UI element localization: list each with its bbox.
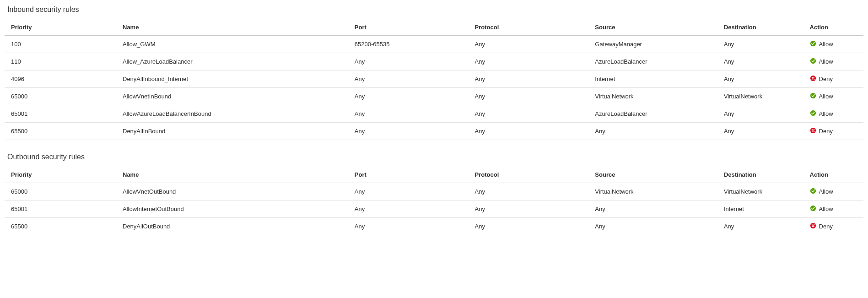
table-row[interactable]: 65001AllowAzureLoadBalancerInBoundAnyAny…	[5, 105, 863, 123]
cell-protocol: Any	[469, 105, 589, 123]
col-header-action[interactable]: Action	[803, 167, 863, 183]
cell-destination: Any	[717, 218, 803, 235]
table-row[interactable]: 4096DenyAllInbound_InternetAnyAnyInterne…	[5, 70, 863, 88]
cell-port: 65200-65535	[348, 36, 469, 53]
col-header-priority[interactable]: Priority	[5, 19, 116, 36]
table-row[interactable]: 65000AllowVnetOutBoundAnyAnyVirtualNetwo…	[5, 183, 863, 200]
cell-destination: VirtualNetwork	[717, 183, 803, 200]
cell-source: Any	[588, 123, 717, 140]
cell-priority: 65000	[5, 88, 116, 105]
action-label: Allow	[819, 188, 833, 195]
cell-action: Allow	[803, 88, 863, 105]
inbound-section: Inbound security rules Priority Name Por…	[5, 5, 863, 140]
cell-action: Deny	[803, 218, 863, 235]
cell-action: Deny	[803, 70, 863, 88]
cell-name: Allow_AzureLoadBalancer	[116, 53, 348, 70]
cell-name: AllowInternetOutBound	[116, 200, 348, 218]
col-header-source[interactable]: Source	[588, 167, 717, 183]
svg-point-4	[810, 110, 815, 116]
cell-priority: 100	[5, 36, 116, 53]
cell-port: Any	[348, 218, 469, 235]
table-row[interactable]: 65500DenyAllOutBoundAnyAnyAnyAnyDeny	[5, 218, 863, 235]
cell-action: Allow	[803, 105, 863, 123]
cell-priority: 65001	[5, 200, 116, 218]
col-header-protocol[interactable]: Protocol	[469, 167, 589, 183]
cell-port: Any	[348, 53, 469, 70]
cell-action: Allow	[803, 200, 863, 218]
table-row[interactable]: 100Allow_GWM65200-65535AnyGatewayManager…	[5, 36, 863, 53]
col-header-action[interactable]: Action	[803, 19, 863, 36]
action-label: Allow	[819, 41, 833, 48]
outbound-table: Priority Name Port Protocol Source Desti…	[5, 167, 863, 235]
col-header-port[interactable]: Port	[348, 167, 469, 183]
table-row[interactable]: 65001AllowInternetOutBoundAnyAnyAnyInter…	[5, 200, 863, 218]
cell-source: GatewayManager	[588, 36, 717, 53]
cell-source: Internet	[588, 70, 717, 88]
cell-destination: Any	[717, 105, 803, 123]
cell-port: Any	[348, 183, 469, 200]
table-row[interactable]: 110Allow_AzureLoadBalancerAnyAnyAzureLoa…	[5, 53, 863, 70]
table-row[interactable]: 65500DenyAllInBoundAnyAnyAnyAnyDeny	[5, 123, 863, 140]
action-label: Allow	[819, 206, 833, 212]
cell-name: AllowAzureLoadBalancerInBound	[116, 105, 348, 123]
cell-source: AzureLoadBalancer	[588, 53, 717, 70]
cell-destination: Internet	[717, 200, 803, 218]
cell-port: Any	[348, 105, 469, 123]
svg-point-7	[810, 206, 815, 211]
deny-icon	[810, 75, 816, 83]
allow-icon	[810, 205, 816, 213]
cell-port: Any	[348, 88, 469, 105]
cell-priority: 65500	[5, 218, 116, 235]
cell-destination: Any	[717, 123, 803, 140]
cell-port: Any	[348, 200, 469, 218]
cell-port: Any	[348, 123, 469, 140]
cell-name: AllowVnetOutBound	[116, 183, 348, 200]
cell-protocol: Any	[469, 88, 589, 105]
outbound-title: Outbound security rules	[5, 153, 863, 161]
cell-priority: 65500	[5, 123, 116, 140]
col-header-destination[interactable]: Destination	[717, 19, 803, 36]
col-header-port[interactable]: Port	[348, 19, 469, 36]
cell-priority: 110	[5, 53, 116, 70]
cell-action: Allow	[803, 36, 863, 53]
allow-icon	[810, 58, 816, 65]
cell-destination: VirtualNetwork	[717, 88, 803, 105]
cell-name: DenyAllOutBound	[116, 218, 348, 235]
action-label: Allow	[819, 58, 833, 65]
cell-priority: 4096	[5, 70, 116, 88]
cell-protocol: Any	[469, 218, 589, 235]
cell-source: VirtualNetwork	[588, 183, 717, 200]
cell-protocol: Any	[469, 123, 589, 140]
col-header-destination[interactable]: Destination	[717, 167, 803, 183]
allow-icon	[810, 92, 816, 100]
cell-source: Any	[588, 200, 717, 218]
outbound-section: Outbound security rules Priority Name Po…	[5, 153, 863, 235]
svg-point-3	[810, 93, 815, 98]
deny-icon	[810, 222, 816, 230]
cell-source: VirtualNetwork	[588, 88, 717, 105]
svg-point-0	[810, 41, 815, 46]
col-header-name[interactable]: Name	[116, 167, 348, 183]
allow-icon	[810, 110, 816, 118]
col-header-protocol[interactable]: Protocol	[469, 19, 589, 36]
col-header-name[interactable]: Name	[116, 19, 348, 36]
action-label: Deny	[819, 128, 833, 135]
cell-name: AllowVnetInBound	[116, 88, 348, 105]
table-header-row: Priority Name Port Protocol Source Desti…	[5, 167, 863, 183]
cell-source: AzureLoadBalancer	[588, 105, 717, 123]
svg-point-6	[810, 188, 815, 194]
cell-action: Deny	[803, 123, 863, 140]
cell-destination: Any	[717, 70, 803, 88]
inbound-table: Priority Name Port Protocol Source Desti…	[5, 19, 863, 140]
action-label: Deny	[819, 223, 833, 230]
col-header-priority[interactable]: Priority	[5, 167, 116, 183]
cell-protocol: Any	[469, 36, 589, 53]
action-label: Deny	[819, 76, 833, 82]
col-header-source[interactable]: Source	[588, 19, 717, 36]
table-header-row: Priority Name Port Protocol Source Desti…	[5, 19, 863, 36]
cell-port: Any	[348, 70, 469, 88]
allow-icon	[810, 188, 816, 195]
allow-icon	[810, 40, 816, 48]
table-row[interactable]: 65000AllowVnetInBoundAnyAnyVirtualNetwor…	[5, 88, 863, 105]
cell-destination: Any	[717, 53, 803, 70]
